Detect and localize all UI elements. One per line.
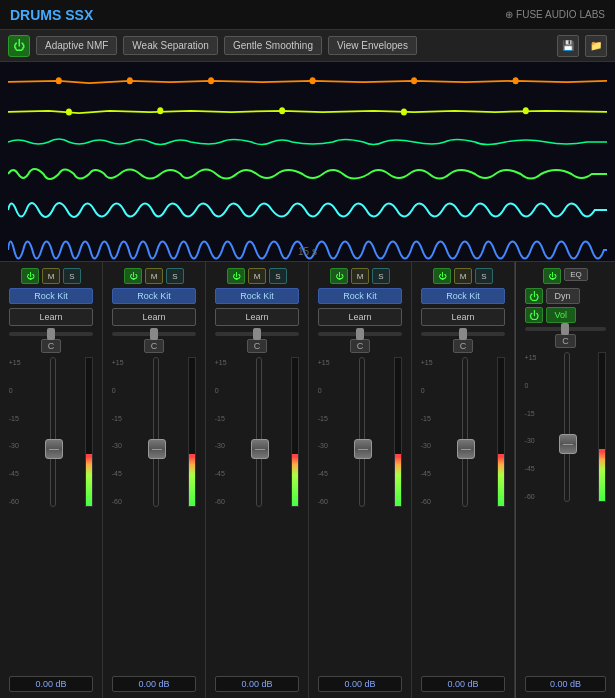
ch-cymbals-learn[interactable]: Learn [421,308,506,326]
ch-master-fader-thumb[interactable] [559,434,577,454]
ch-floortoms-solo[interactable]: S [372,268,390,284]
ch-master-pan-btn[interactable]: C [555,334,576,348]
time-marker: 15 s [298,246,317,257]
ch-snare-pan-thumb[interactable] [150,328,158,340]
ch-snare-fader-track[interactable] [153,357,159,507]
ch-floortoms-power[interactable]: ⏻ [330,268,348,284]
svg-point-0 [56,77,62,84]
ch-master-vol-btn[interactable]: Vol [546,307,577,323]
ch-toms-solo[interactable]: S [269,268,287,284]
ch-master-dyn-power[interactable]: ⏻ [525,288,543,304]
ch-master-pan-thumb[interactable] [561,323,569,335]
ch-toms-pan-slider[interactable] [215,332,300,336]
ch-floortoms-mute[interactable]: M [351,268,369,284]
ch-toms-fader-area: +15 0 -15 -30 -45 -60 [215,357,300,674]
ch-master-power[interactable]: ⏻ [543,268,561,284]
load-button[interactable]: 📁 [585,35,607,57]
ch-floortoms-header: ⏻ M S [313,268,407,284]
ch-cymbals-fader-thumb[interactable] [457,439,475,459]
ch-cymbals-pan-slider[interactable] [421,332,506,336]
power-button[interactable]: ⏻ [8,35,30,57]
ch-snare-vu-meter [188,357,196,507]
ch-kick-solo[interactable]: S [63,268,81,284]
ch-cymbals-fader-column [437,357,494,507]
channel-toms: ⏻ M S Rock Kit Learn C +15 0 -15 -30 -45… [206,262,309,698]
ch-snare-pan-slider[interactable] [112,332,197,336]
gentle-smoothing-button[interactable]: Gentle Smoothing [224,36,322,55]
ch-kick-pan-btn[interactable]: C [41,339,62,353]
ch-master-vol-row: ⏻ Vol [525,307,607,323]
ch-floortoms-pan-slider[interactable] [318,332,403,336]
ch-floortoms-fader-thumb[interactable] [354,439,372,459]
ch-toms-vu-meter [291,357,299,507]
ch-master-vol-power[interactable]: ⏻ [525,307,543,323]
view-envelopes-button[interactable]: View Envelopes [328,36,417,55]
ch-floortoms-pan-btn[interactable]: C [350,339,371,353]
ch-cymbals-mute[interactable]: M [454,268,472,284]
ch-toms-pan-area: C [215,332,300,353]
ch-snare-mute[interactable]: M [145,268,163,284]
ch-snare-fader-column [128,357,185,507]
ch-master-vu-meter [598,352,606,502]
svg-point-1 [127,77,133,84]
ch-snare-fader-thumb[interactable] [148,439,166,459]
ch-snare-pan-btn[interactable]: C [144,339,165,353]
ch-floortoms-kit[interactable]: Rock Kit [318,288,403,304]
save-button[interactable]: 💾 [557,35,579,57]
ch-toms-power[interactable]: ⏻ [227,268,245,284]
ch-kick-fader-track[interactable] [50,357,56,507]
ch-kick-power[interactable]: ⏻ [21,268,39,284]
ch-snare-solo[interactable]: S [166,268,184,284]
ch-toms-fader-thumb[interactable] [251,439,269,459]
svg-point-8 [279,107,285,114]
ch-master-eq-dyn: EQ [564,268,588,284]
adaptive-nmf-button[interactable]: Adaptive NMF [36,36,117,55]
ch-cymbals-kit[interactable]: Rock Kit [421,288,506,304]
ch-toms-fader-track[interactable] [256,357,262,507]
svg-point-9 [401,109,407,116]
ch-kick-pan-thumb[interactable] [47,328,55,340]
ch-master-header: ⏻ EQ [520,268,611,284]
ch-master-eq-btn[interactable]: EQ [564,268,588,281]
ch-snare-power[interactable]: ⏻ [124,268,142,284]
ch-cymbals-solo[interactable]: S [475,268,493,284]
ch-toms-mute[interactable]: M [248,268,266,284]
ch-toms-header: ⏻ M S [210,268,304,284]
ch-master-fader-track[interactable] [564,352,570,502]
ch-master-dyn-btn[interactable]: Dyn [546,288,580,304]
ch-kick-fader-thumb[interactable] [45,439,63,459]
ch-kick-vu-bar [86,454,92,506]
ch-floortoms-learn[interactable]: Learn [318,308,403,326]
waveform-display: 15 s [0,62,615,262]
ch-kick-kit[interactable]: Rock Kit [9,288,94,304]
svg-point-5 [513,77,519,84]
ch-floortoms-fader-track[interactable] [359,357,365,507]
channel-kick: ⏻ M S Rock Kit Learn C +15 0 -15 -30 -45… [0,262,103,698]
ch-kick-learn[interactable]: Learn [9,308,94,326]
ch-toms-learn[interactable]: Learn [215,308,300,326]
ch-toms-pan-btn[interactable]: C [247,339,268,353]
ch-kick-mute[interactable]: M [42,268,60,284]
ch-toms-kit[interactable]: Rock Kit [215,288,300,304]
ch-master-db: 0.00 dB [525,676,607,692]
ch-snare-kit[interactable]: Rock Kit [112,288,197,304]
ch-master-pan-slider[interactable] [525,327,607,331]
ch-cymbals-power[interactable]: ⏻ [433,268,451,284]
header: DRUMS SSX ⊕ FUSE AUDIO LABS [0,0,615,30]
ch-cymbals-pan-area: C [421,332,506,353]
ch-snare-learn[interactable]: Learn [112,308,197,326]
ch-kick-pan-slider[interactable] [9,332,94,336]
ch-toms-pan-thumb[interactable] [253,328,261,340]
ch-floortoms-pan-thumb[interactable] [356,328,364,340]
ch-kick-header: ⏻ M S [4,268,98,284]
ch-cymbals-pan-thumb[interactable] [459,328,467,340]
ch-master-dyn-vol: ⏻ Dyn ⏻ Vol [525,288,607,323]
ch-floortoms-db: 0.00 dB [318,676,403,692]
ch-cymbals-scale: +15 0 -15 -30 -45 -60 [421,357,433,507]
weak-separation-button[interactable]: Weak Separation [123,36,218,55]
ch-cymbals-pan-btn[interactable]: C [453,339,474,353]
ch-cymbals-db: 0.00 dB [421,676,506,692]
svg-point-2 [208,77,214,84]
ch-master-dyn-row: ⏻ Dyn [525,288,607,304]
ch-cymbals-fader-track[interactable] [462,357,468,507]
